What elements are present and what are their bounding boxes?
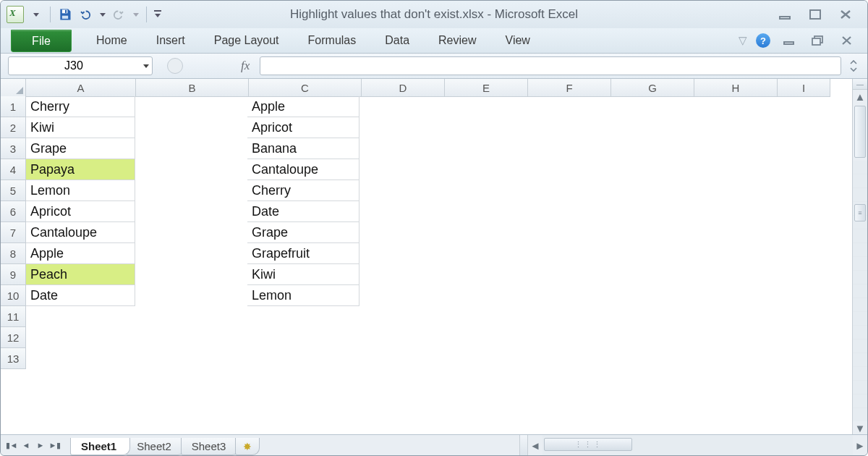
row-header[interactable]: 1: [1, 96, 26, 117]
cell[interactable]: [135, 117, 247, 138]
cell[interactable]: [607, 306, 689, 327]
cell[interactable]: [442, 180, 524, 201]
cell[interactable]: [689, 96, 772, 117]
row-header[interactable]: 13: [1, 348, 26, 369]
sheet-tab-1[interactable]: Sheet1: [70, 438, 130, 455]
row-header[interactable]: 5: [1, 180, 26, 201]
cell[interactable]: [26, 306, 135, 327]
cell[interactable]: [359, 159, 442, 180]
cell[interactable]: [442, 348, 524, 369]
col-header-E[interactable]: E: [445, 79, 528, 97]
cell[interactable]: Cherry: [247, 180, 359, 201]
cell[interactable]: [689, 138, 772, 159]
scroll-left-icon[interactable]: ◄: [528, 435, 542, 455]
cell[interactable]: Apricot: [26, 201, 135, 222]
col-header-B[interactable]: B: [136, 79, 249, 97]
cell[interactable]: [772, 285, 824, 306]
cell[interactable]: [524, 222, 607, 243]
sheet-nav-prev[interactable]: ◄: [20, 439, 33, 452]
cell[interactable]: [442, 327, 524, 348]
tab-data[interactable]: Data: [370, 28, 424, 53]
minimize-button[interactable]: [775, 7, 795, 22]
cell[interactable]: [689, 222, 772, 243]
help-icon[interactable]: ?: [756, 33, 770, 48]
cell[interactable]: [359, 222, 442, 243]
cell[interactable]: [607, 159, 689, 180]
scroll-gripper[interactable]: ≡: [854, 204, 866, 221]
cell[interactable]: [607, 327, 689, 348]
app-icon[interactable]: [7, 6, 24, 23]
cells-area[interactable]: 1CherryApple2KiwiApricot3GrapeBanana4Pap…: [1, 96, 852, 434]
cell[interactable]: Apple: [26, 243, 135, 264]
cell[interactable]: [359, 264, 442, 285]
row-header[interactable]: 9: [1, 264, 26, 285]
name-box[interactable]: J30: [8, 56, 153, 75]
cell[interactable]: [524, 201, 607, 222]
sheet-nav-next[interactable]: ►: [34, 439, 47, 452]
cell[interactable]: [524, 117, 607, 138]
col-header-A[interactable]: A: [26, 79, 136, 97]
sheet-tab-3[interactable]: Sheet3: [181, 438, 240, 455]
cell[interactable]: Apricot: [247, 117, 359, 138]
split-handle-horizontal[interactable]: [520, 435, 528, 455]
cell[interactable]: Kiwi: [247, 264, 359, 285]
cell[interactable]: [359, 285, 442, 306]
col-header-C[interactable]: C: [249, 79, 362, 97]
cell[interactable]: [135, 306, 247, 327]
cell[interactable]: Lemon: [247, 285, 359, 306]
cell[interactable]: [772, 117, 824, 138]
cell[interactable]: [247, 327, 359, 348]
cell[interactable]: [135, 222, 247, 243]
cell[interactable]: Papaya: [26, 159, 135, 180]
cell[interactable]: [359, 201, 442, 222]
cell[interactable]: [359, 327, 442, 348]
cell[interactable]: [442, 243, 524, 264]
cell[interactable]: [524, 285, 607, 306]
cell[interactable]: [607, 285, 689, 306]
col-header-G[interactable]: G: [611, 79, 694, 97]
cell[interactable]: [772, 264, 824, 285]
scroll-down-icon[interactable]: ▼: [853, 421, 867, 434]
cell[interactable]: [135, 180, 247, 201]
cell[interactable]: [442, 159, 524, 180]
cell[interactable]: [772, 96, 824, 117]
cell[interactable]: [359, 180, 442, 201]
cell[interactable]: [772, 138, 824, 159]
cell[interactable]: [524, 264, 607, 285]
cell[interactable]: Grapefruit: [247, 243, 359, 264]
cell[interactable]: Cantaloupe: [247, 159, 359, 180]
cancel-entry-icon[interactable]: [167, 58, 183, 74]
cell[interactable]: [689, 117, 772, 138]
cell[interactable]: [247, 306, 359, 327]
cell[interactable]: [689, 306, 772, 327]
qat-customize[interactable]: [153, 6, 163, 23]
cell[interactable]: [607, 180, 689, 201]
tab-formulas[interactable]: Formulas: [294, 28, 371, 53]
cell[interactable]: Peach: [26, 264, 135, 285]
undo-icon[interactable]: [77, 6, 94, 23]
row-header[interactable]: 11: [1, 306, 26, 327]
workbook-minimize[interactable]: [779, 33, 799, 48]
cell[interactable]: Date: [247, 201, 359, 222]
cell[interactable]: [135, 138, 247, 159]
redo-dropdown[interactable]: [130, 6, 140, 23]
cell[interactable]: [135, 96, 247, 117]
row-header[interactable]: 3: [1, 138, 26, 159]
close-button[interactable]: [835, 7, 856, 22]
cell[interactable]: [359, 117, 442, 138]
cell[interactable]: [524, 327, 607, 348]
cell[interactable]: [442, 306, 524, 327]
undo-dropdown[interactable]: [97, 6, 107, 23]
cell[interactable]: [359, 243, 442, 264]
tab-insert[interactable]: Insert: [142, 28, 200, 53]
scroll-thumb-vertical[interactable]: [854, 106, 866, 158]
sheet-nav-first[interactable]: ▮◄: [5, 439, 18, 452]
fx-icon[interactable]: fx: [241, 59, 250, 73]
cell[interactable]: [442, 201, 524, 222]
cell[interactable]: [607, 201, 689, 222]
cell[interactable]: [442, 285, 524, 306]
cell[interactable]: Grape: [247, 222, 359, 243]
sheet-tab-2[interactable]: Sheet2: [126, 438, 185, 455]
tab-view[interactable]: View: [491, 28, 545, 53]
redo-icon[interactable]: [110, 6, 127, 23]
